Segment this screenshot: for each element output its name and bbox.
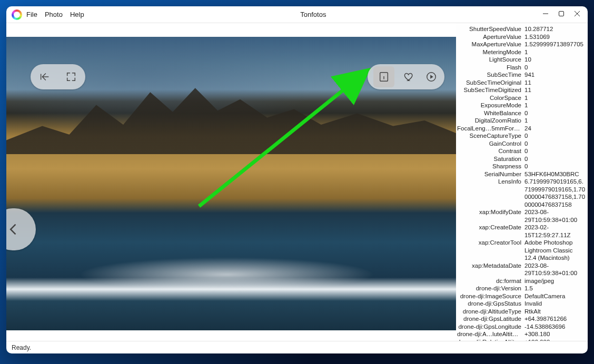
metadata-row: Sharpness0: [457, 163, 586, 170]
metadata-row: MaxApertureValue1.5299999713897705: [457, 41, 586, 48]
slideshow-button[interactable]: [424, 69, 439, 84]
metadata-key: DigitalZoomRatio: [457, 117, 523, 125]
metadata-value: 1.531069: [523, 33, 586, 41]
metadata-value: 0: [523, 132, 586, 140]
metadata-key: MaxApertureValue: [457, 41, 523, 48]
titlebar: File Photo Help Tonfotos: [6, 6, 588, 23]
metadata-key: drone-dji:A…luteAltitude: [457, 330, 523, 338]
metadata-value: 10.287712: [523, 25, 586, 33]
metadata-key: MeteringMode: [457, 48, 523, 56]
metadata-row: drone-dji:A…luteAltitude+308.180: [457, 330, 586, 338]
chevron-left-icon: [6, 222, 21, 237]
metadata-row: drone-dji:ImageSourceDefaultCamera: [457, 292, 586, 300]
metadata-row: dc:formatimage/jpeg: [457, 277, 586, 285]
metadata-row: Flash0: [457, 64, 586, 72]
metadata-row: FocalLeng…5mmFormat24: [457, 125, 586, 133]
metadata-row: DigitalZoomRatio1: [457, 117, 586, 125]
metadata-row: WhiteBalance0: [457, 109, 586, 117]
content-area: ShutterSpeedValue10.287712ApertureValue1…: [6, 23, 588, 341]
metadata-row: ColorSpace1: [457, 94, 586, 102]
metadata-row: SubSecTime941: [457, 71, 586, 79]
metadata-panel[interactable]: ShutterSpeedValue10.287712ApertureValue1…: [456, 23, 588, 341]
metadata-value: 2023-08-29T10:59:38+01:00: [523, 262, 586, 277]
metadata-key: ShutterSpeedValue: [457, 25, 523, 33]
metadata-row: drone-dji:GpsLongitude-14.538863696: [457, 323, 586, 331]
metadata-row: GainControl0: [457, 140, 586, 148]
maximize-button[interactable]: [558, 11, 565, 18]
metadata-value: 1: [523, 48, 586, 56]
metadata-key: drone-dji:GpsStatus: [457, 300, 523, 308]
status-text: Ready.: [12, 344, 31, 351]
menu-file[interactable]: File: [26, 11, 37, 18]
metadata-row: drone-dji:AltitudeTypeRtkAlt: [457, 308, 586, 316]
metadata-key: xap:MetadataDate: [457, 262, 523, 277]
metadata-key: SerialNumber: [457, 170, 523, 178]
metadata-value: Adobe Photoshop Lightroom Classic 12.4 (…: [523, 239, 586, 262]
metadata-value: 1: [523, 117, 586, 125]
menubar: File Photo Help: [26, 11, 84, 18]
metadata-key: ColorSpace: [457, 94, 523, 102]
metadata-value: 0: [523, 147, 586, 155]
metadata-row: LightSource10: [457, 56, 586, 64]
metadata-row: Saturation0: [457, 155, 586, 163]
image-canvas[interactable]: [6, 23, 456, 341]
back-button[interactable]: [37, 69, 52, 84]
metadata-value: 11: [523, 79, 586, 87]
fullscreen-button[interactable]: [64, 69, 78, 84]
close-button[interactable]: [574, 11, 580, 18]
metadata-key: WhiteBalance: [457, 109, 523, 117]
metadata-key: FocalLeng…5mmFormat: [457, 125, 523, 133]
metadata-value: 10: [523, 56, 586, 64]
metadata-value: 0: [523, 64, 586, 72]
metadata-value: 1.5: [523, 285, 586, 292]
info-button[interactable]: [373, 66, 394, 87]
metadata-value: +308.180: [523, 330, 586, 338]
metadata-row: ShutterSpeedValue10.287712: [457, 25, 586, 33]
metadata-value: 0: [523, 109, 586, 117]
metadata-row: SubSecTimeOriginal11: [457, 79, 586, 87]
viewer-controls-left: [31, 64, 85, 89]
metadata-value: 0: [523, 140, 586, 148]
metadata-value: 11: [523, 86, 586, 94]
window-title: Tonfotos: [84, 11, 542, 18]
metadata-value: DefaultCamera: [523, 292, 586, 300]
metadata-value: 2023-08-29T10:59:38+01:00: [523, 208, 586, 224]
metadata-row: xap:ModifyDate2023-08-29T10:59:38+01:00: [457, 208, 586, 224]
metadata-key: LensInfo: [457, 178, 523, 208]
metadata-value: +64.398761266: [523, 315, 586, 323]
metadata-value: 1: [523, 94, 586, 102]
metadata-key: xap:CreatorTool: [457, 239, 523, 262]
metadata-value: RtkAlt: [523, 308, 586, 316]
viewer-controls-right: [368, 64, 444, 89]
metadata-row: SceneCaptureType0: [457, 132, 586, 140]
minimize-button[interactable]: [542, 11, 549, 18]
metadata-key: xap:ModifyDate: [457, 208, 523, 224]
metadata-key: drone-dji:GpsLongitude: [457, 323, 523, 331]
image-viewer: [6, 23, 456, 341]
metadata-value: 53HFK6H0M30BRC: [523, 170, 586, 178]
metadata-key: SubSecTime: [457, 71, 523, 79]
metadata-key: drone-dji:Version: [457, 285, 523, 292]
metadata-value: Invalid: [523, 300, 586, 308]
metadata-row: LensInfo6.71999979019165,6.7199997901916…: [457, 178, 586, 208]
metadata-key: dc:format: [457, 277, 523, 285]
favorite-button[interactable]: [402, 69, 417, 84]
metadata-value: image/jpeg: [523, 277, 586, 285]
metadata-key: SubSecTimeOriginal: [457, 79, 523, 87]
metadata-key: Contrast: [457, 147, 523, 155]
metadata-row: drone-dji:Version1.5: [457, 285, 586, 292]
photo-surf: [51, 254, 402, 295]
metadata-key: Saturation: [457, 155, 523, 163]
metadata-row: SubSecTimeDigitized11: [457, 86, 586, 94]
metadata-key: GainControl: [457, 140, 523, 148]
menu-help[interactable]: Help: [70, 11, 84, 18]
metadata-value: -14.538863696: [523, 323, 586, 331]
metadata-key: drone-dji:ImageSource: [457, 292, 523, 300]
metadata-value: 1.5299999713897705: [523, 41, 586, 48]
metadata-key: LightSource: [457, 56, 523, 64]
metadata-key: ExposureMode: [457, 102, 523, 109]
menu-photo[interactable]: Photo: [45, 11, 63, 18]
metadata-value: 0: [523, 155, 586, 163]
metadata-row: SerialNumber53HFK6H0M30BRC: [457, 170, 586, 178]
app-window: File Photo Help Tonfotos: [6, 6, 588, 353]
